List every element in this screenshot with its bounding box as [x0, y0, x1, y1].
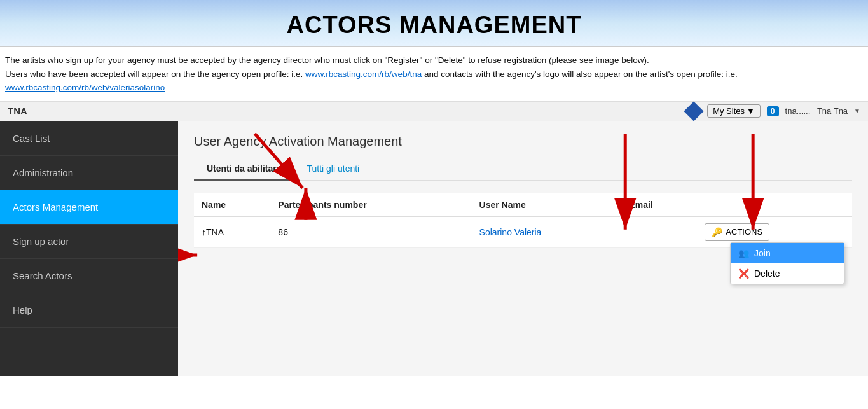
my-sites-button[interactable]: My Sites ▼ — [707, 104, 761, 118]
col-name: Name — [194, 193, 270, 217]
cell-participants: 86 — [270, 216, 471, 247]
sidebar: Cast List Administration Actors Manageme… — [0, 121, 178, 376]
sidebar-item-help-label: Help — [13, 305, 32, 315]
join-label: Join — [754, 248, 771, 258]
data-table: Name Partecipants number User Name Email… — [194, 193, 852, 248]
sidebar-item-cast-list-label: Cast List — [13, 133, 50, 144]
sidebar-item-actors-management-label: Actors Management — [13, 202, 98, 212]
user-dropdown-arrow[interactable]: ▼ — [854, 107, 860, 114]
table-row: ↑TNA 86 Solarino Valeria 🔑 ACTIONS — [194, 216, 852, 247]
link2[interactable]: www.rbcasting.com/rb/web/valeriasolarino — [5, 83, 165, 92]
actions-button[interactable]: 🔑 ACTIONS — [705, 223, 769, 241]
content-area: User Agency Activation Management Utenti… — [178, 121, 868, 376]
user-info: tna...... Tna Tna — [785, 106, 848, 116]
cell-actions: 🔑 ACTIONS 👥 Join ❌ — [697, 216, 852, 247]
sidebar-item-administration[interactable]: Administration — [0, 156, 178, 190]
cell-name: ↑TNA — [194, 216, 270, 247]
actions-label: ACTIONS — [726, 227, 762, 237]
desc-line1: The artists who sign up for your agency … — [5, 53, 863, 67]
page-title: ACTORS MANAGEMENT — [6, 11, 862, 39]
dropdown-item-delete[interactable]: ❌ Delete — [731, 263, 844, 284]
key-icon: 🔑 — [712, 227, 722, 237]
col-actions — [697, 193, 852, 217]
col-username: User Name — [472, 193, 622, 217]
cell-username: Solarino Valeria — [472, 216, 622, 247]
delete-icon: ❌ — [738, 268, 749, 279]
sidebar-item-actors-management[interactable]: Actors Management — [0, 190, 178, 225]
tabs: Utenti da abilitare Tutti gli utenti — [194, 158, 852, 181]
join-icon: 👥 — [738, 248, 749, 258]
sidebar-item-sign-up-actor[interactable]: Sign up actor — [0, 225, 178, 259]
desc-line2: Users who have been accepted will appear… — [5, 67, 863, 95]
col-participants: Partecipants number — [270, 193, 471, 217]
dropdown-menu: 👥 Join ❌ Delete — [730, 242, 844, 284]
sidebar-item-administration-label: Administration — [13, 167, 73, 178]
dropdown-item-join[interactable]: 👥 Join — [731, 243, 844, 263]
diamond-icon — [684, 101, 704, 121]
sidebar-item-search-actors-label: Search Actors — [13, 270, 72, 281]
description-block: The artists who sign up for your agency … — [0, 47, 868, 102]
desc-line2-text: Users who have been accepted will appear… — [5, 69, 303, 79]
sidebar-item-cast-list[interactable]: Cast List — [0, 121, 178, 156]
main-layout: Cast List Administration Actors Manageme… — [0, 121, 868, 376]
tab-tutti-gli-utenti[interactable]: Tutti gli utenti — [294, 158, 372, 180]
my-sites-label: My Sites — [713, 106, 745, 116]
tab-utenti-da-abilitare[interactable]: Utenti da abilitare — [194, 158, 294, 181]
sidebar-item-help[interactable]: Help — [0, 293, 178, 328]
actions-area: 🔑 ACTIONS 👥 Join ❌ — [705, 223, 844, 241]
my-sites-chevron: ▼ — [747, 106, 755, 116]
page-header: ACTORS MANAGEMENT — [0, 0, 868, 47]
delete-label: Delete — [754, 268, 780, 279]
content-title: User Agency Activation Management — [194, 134, 852, 149]
count-badge: 0 — [767, 106, 779, 116]
desc-line2-cont: and contacts with the agency's logo will… — [424, 69, 738, 79]
toolbar: TNA My Sites ▼ 0 tna...... Tna Tna ▼ — [0, 102, 868, 121]
tna-label: TNA — [8, 106, 27, 116]
user-short: tna...... — [785, 106, 811, 116]
username-link[interactable]: Solarino Valeria — [479, 227, 542, 237]
cell-email — [621, 216, 697, 247]
sidebar-item-sign-up-actor-label: Sign up actor — [13, 236, 69, 247]
col-email: Email — [621, 193, 697, 217]
sidebar-item-search-actors[interactable]: Search Actors — [0, 259, 178, 293]
user-name: Tna Tna — [817, 106, 848, 116]
link1[interactable]: www.rbcasting.com/rb/web/tna — [305, 69, 422, 79]
